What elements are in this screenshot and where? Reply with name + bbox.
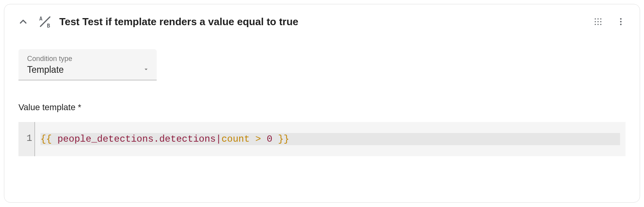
dropdown-caret [143,65,150,75]
token-identifier: people_detections [57,134,154,144]
code-line-1[interactable]: {{ people_detections.detections|count > … [40,133,620,145]
condition-type-select[interactable]: Condition type Template [18,49,157,80]
token-filter: count [221,134,250,144]
svg-point-8 [600,21,601,22]
svg-point-11 [600,24,601,25]
token-dot: . [154,134,159,144]
line-number: 1 [27,133,32,144]
dots-vertical-icon [616,17,626,26]
svg-point-5 [600,18,601,19]
svg-point-6 [595,21,596,22]
value-template-label: Value template * [18,102,626,113]
token-close-brace: }} [273,134,289,144]
token-pipe: | [216,134,221,144]
condition-card: A B Test Test if template renders a valu… [4,4,640,203]
move-handle[interactable] [590,14,606,30]
token-space [250,134,255,144]
select-label: Condition type [27,55,150,63]
svg-text:B: B [47,22,50,29]
caret-down-icon [143,66,150,73]
svg-point-7 [597,21,598,22]
svg-point-10 [597,24,598,25]
svg-point-9 [595,24,596,25]
svg-text:A: A [39,15,42,22]
select-value: Template [27,65,64,75]
card-header: A B Test Test if template renders a valu… [15,14,629,30]
token-number: 0 [267,134,272,144]
svg-point-4 [597,18,598,19]
value-template-editor[interactable]: 1 {{ people_detections.detections|count … [18,122,626,156]
svg-point-12 [620,18,622,20]
card-title: Test Test if template renders a value eq… [59,16,298,28]
token-property: detections [159,134,216,144]
card-body: Condition type Template Value template *… [15,30,629,156]
token-space [261,134,267,144]
token-operator: > [255,134,261,144]
svg-point-14 [620,24,622,25]
svg-point-13 [620,21,622,22]
select-value-row: Template [27,65,150,75]
token-open-brace: {{ [40,134,57,144]
editor-gutter: 1 [18,122,35,156]
collapse-button[interactable] [15,14,31,30]
chevron-up-icon [18,16,29,27]
ab-test-icon: A B [38,15,52,29]
drag-grid-icon [593,17,603,26]
overflow-menu-button[interactable] [613,14,629,30]
svg-point-3 [595,18,596,19]
editor-area[interactable]: {{ people_detections.detections|count > … [35,122,626,156]
